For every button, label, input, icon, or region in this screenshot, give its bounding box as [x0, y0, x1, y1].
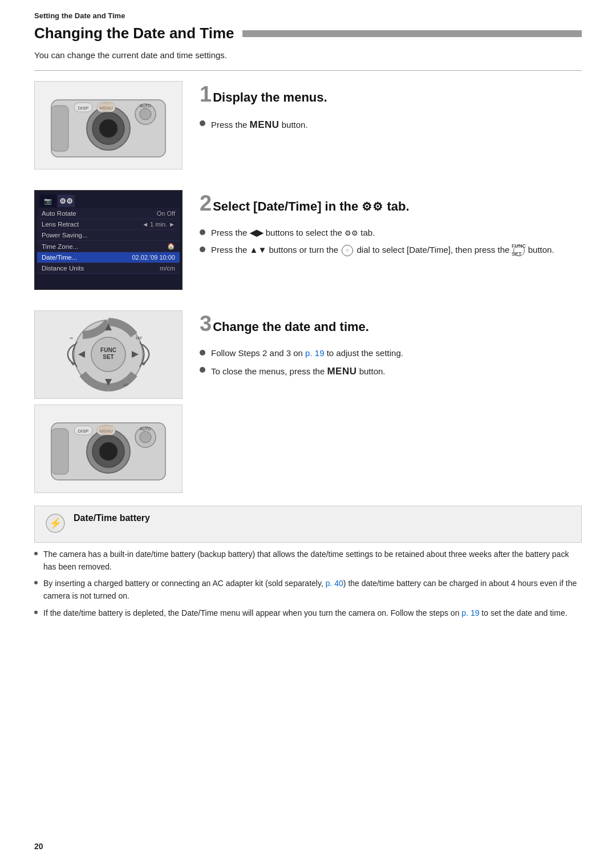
page-header: Setting the Date and Time: [0, 0, 616, 25]
svg-text:AUTO: AUTO: [140, 104, 151, 108]
step-2-images: 📷 ⚙⚙ Auto Rotate On Off Lens Retr: [34, 190, 183, 290]
bullet-dot: [200, 120, 205, 126]
svg-text:DISP: DISP: [78, 429, 89, 434]
svg-point-30: [99, 442, 117, 461]
step-3-dial-image: FUNC SET MF ∞ AF: [34, 310, 183, 399]
step-3-row: FUNC SET MF ∞ AF: [34, 300, 582, 493]
menu-item-timezone: Time Zone... 🏠: [37, 241, 180, 252]
camera-top-svg-2: DISP MENU AUTO: [40, 407, 177, 491]
menu-item-lensretract: Lens Retract ◄ 1 min. ►: [37, 219, 180, 230]
wrench-tab-icon: ⚙⚙: [345, 229, 358, 237]
svg-text:∞: ∞: [70, 336, 73, 341]
step-2-bullets: Press the ◀▶ buttons to select the ⚙⚙ ta…: [200, 227, 582, 256]
menu-tab-camera: 📷: [39, 195, 56, 207]
note-bullet-2: By inserting a charged battery or connec…: [34, 578, 582, 602]
svg-text:⚡: ⚡: [49, 517, 62, 530]
note-bullet-3: If the date/time battery is depleted, th…: [34, 607, 582, 620]
step-3-bullet-1: Follow Steps 2 and 3 on p. 19 to adjust …: [200, 347, 582, 360]
svg-text:AUTO: AUTO: [140, 427, 151, 431]
svg-text:MF: MF: [136, 336, 143, 341]
svg-point-11: [140, 108, 151, 120]
menu-tabs: 📷 ⚙⚙: [37, 193, 180, 207]
svg-text:DISP: DISP: [78, 106, 89, 111]
menu-items-list: Auto Rotate On Off Lens Retract ◄ 1 min.…: [37, 208, 180, 274]
step-2-row: 📷 ⚙⚙ Auto Rotate On Off Lens Retr: [34, 180, 582, 290]
note-bullets: The camera has a built-in date/time batt…: [34, 548, 582, 619]
step-1-images: DISP MENU AUTO: [34, 81, 183, 169]
page-number: 20: [34, 842, 43, 851]
step-2-bullet-2: Press the ▲▼ buttons or turn the ○ dial …: [200, 244, 582, 257]
bullet-dot: [200, 350, 205, 356]
step-3-heading-wrap: 3 Change the date and time.: [200, 314, 582, 340]
step-1-text: 1 Display the menus. Press the MENU butt…: [200, 81, 582, 136]
note-bullet-dot-1: [34, 552, 38, 555]
step-2-heading: Select [Date/Time] in the ⚙⚙ tab.: [213, 199, 409, 214]
step-3-bullet-2: To close the menus, press the MENU butto…: [200, 364, 582, 379]
intro-text: You can change the current date and time…: [34, 50, 582, 60]
wrench-icon: ⚙⚙: [59, 197, 73, 205]
link-p19[interactable]: p. 19: [305, 348, 324, 358]
link-p19-2[interactable]: p. 19: [461, 608, 479, 617]
svg-text:FUNC: FUNC: [100, 347, 116, 353]
header-text: Setting the Date and Time: [34, 11, 125, 20]
step-1-number: 1: [200, 83, 212, 105]
page-title: Changing the Date and Time: [34, 25, 234, 42]
settings-icon: ⚙⚙: [362, 200, 383, 213]
svg-point-4: [99, 119, 117, 138]
svg-text:SET: SET: [103, 354, 114, 360]
svg-rect-27: [51, 429, 68, 474]
menu-tab-settings: ⚙⚙: [58, 195, 75, 207]
svg-point-9: [98, 102, 114, 112]
step-2-heading-wrap: 2 Select [Date/Time] in the ⚙⚙ tab.: [200, 193, 582, 220]
svg-text:AF: AF: [123, 382, 129, 387]
step-2-number: 2: [200, 192, 212, 214]
menu-item-datetime: Date/Time... 02.02.'09 10:00: [37, 252, 180, 263]
bullet-dot: [200, 367, 205, 373]
bullet-dot: [200, 229, 205, 235]
menu-label: MENU: [250, 119, 279, 130]
step-3-number: 3: [200, 313, 212, 334]
step-2-text: 2 Select [Date/Time] in the ⚙⚙ tab. Pres…: [200, 190, 582, 260]
bullet-dot: [200, 247, 205, 252]
svg-rect-1: [51, 106, 68, 151]
step-1-bullets: Press the MENU button.: [200, 118, 582, 132]
step-1-heading: Display the menus.: [213, 90, 327, 105]
step-3-text: 3 Change the date and time. Follow Steps…: [200, 310, 582, 382]
svg-point-35: [98, 425, 114, 435]
menu-item-powersaving: Power Saving...: [37, 230, 180, 241]
step-1-camera-image: DISP MENU AUTO: [34, 81, 183, 169]
step-1-bullet-1: Press the MENU button.: [200, 118, 582, 132]
menu-label-2: MENU: [327, 366, 356, 377]
step-3-bullets: Follow Steps 2 and 3 on p. 19 to adjust …: [200, 347, 582, 378]
note-title: Date/Time battery: [74, 513, 150, 523]
note-bullet-dot-3: [34, 611, 38, 614]
note-bullet-1: The camera has a built-in date/time batt…: [34, 548, 582, 573]
menu-screen: 📷 ⚙⚙ Auto Rotate On Off Lens Retr: [35, 191, 182, 289]
step-1-heading-wrap: 1 Display the menus.: [200, 84, 582, 111]
step-2-screen-image: 📷 ⚙⚙ Auto Rotate On Off Lens Retr: [34, 190, 183, 290]
dial-icon: ○: [342, 245, 353, 256]
section-title-bar: Changing the Date and Time: [34, 25, 582, 42]
func-icon: FUNCSET: [513, 245, 525, 256]
title-rule: [242, 30, 582, 37]
dial-svg: FUNC SET MF ∞ AF: [46, 313, 171, 396]
step-3-camera-image: DISP MENU AUTO: [34, 405, 183, 493]
camera-top-svg: DISP MENU AUTO: [40, 83, 177, 168]
note-icon: ⚡: [45, 513, 66, 535]
note-bullet-dot-2: [34, 581, 38, 584]
link-p40[interactable]: p. 40: [326, 579, 343, 588]
content-area: DISP MENU AUTO 1: [0, 71, 616, 543]
step-1-row: DISP MENU AUTO 1: [34, 71, 582, 169]
step-2-bullet-1: Press the ◀▶ buttons to select the ⚙⚙ ta…: [200, 227, 582, 240]
menu-item-autorotate: Auto Rotate On Off: [37, 208, 180, 219]
svg-point-37: [140, 431, 151, 443]
step-3-images: FUNC SET MF ∞ AF: [34, 310, 183, 493]
note-box: ⚡ Date/Time battery: [34, 506, 582, 543]
menu-item-distanceunits: Distance Units m/cm: [37, 263, 180, 274]
step-3-heading: Change the date and time.: [213, 320, 369, 334]
